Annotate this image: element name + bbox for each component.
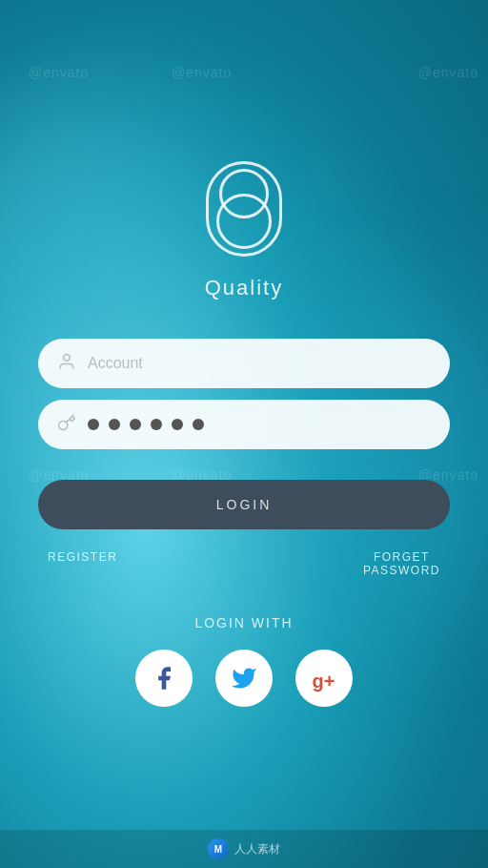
google-button[interactable]: g+: [295, 650, 353, 707]
footer-logo: M 人人素材: [208, 838, 280, 859]
password-icon: [57, 413, 76, 437]
footer-label: 人人素材: [234, 841, 280, 858]
account-icon: [57, 352, 76, 376]
forget-password-link[interactable]: FORGETPASSWORD: [363, 550, 440, 577]
svg-point-0: [64, 354, 71, 361]
login-button[interactable]: LOGIN: [38, 480, 450, 529]
logo-section: Quality: [205, 161, 283, 300]
password-input-wrapper: [38, 400, 450, 449]
register-link[interactable]: REGISTER: [48, 550, 117, 577]
app-title: Quality: [205, 276, 283, 300]
main-container: Quality: [0, 161, 488, 707]
password-dot: [130, 419, 141, 430]
facebook-button[interactable]: [135, 650, 193, 707]
svg-text:g+: g+: [313, 671, 336, 692]
login-with-label: LOGIN WITH: [194, 615, 293, 630]
password-dot: [88, 419, 99, 430]
social-row: g+: [135, 650, 353, 707]
links-row: REGISTER FORGETPASSWORD: [38, 550, 450, 577]
password-dot: [193, 419, 204, 430]
password-dot: [172, 419, 183, 430]
password-dots: [88, 419, 204, 430]
footer-logo-icon: M: [208, 838, 229, 859]
password-field-group: [38, 400, 450, 449]
twitter-button[interactable]: [215, 650, 273, 707]
password-dot: [151, 419, 162, 430]
password-dot: [109, 419, 120, 430]
account-field-group: [38, 339, 450, 388]
account-input[interactable]: [88, 355, 431, 372]
logo-eight: [206, 161, 282, 257]
account-input-wrapper: [38, 339, 450, 388]
footer-bar: M 人人素材: [0, 830, 488, 868]
